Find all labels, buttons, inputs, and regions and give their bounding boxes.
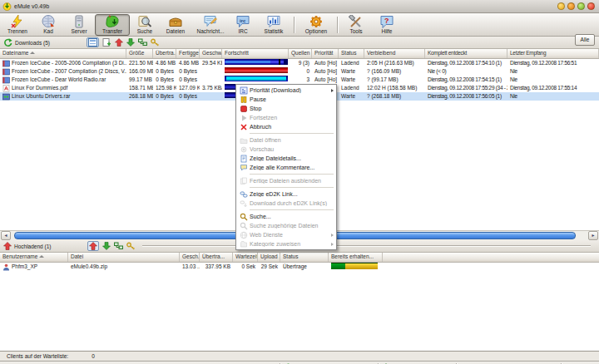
downloads-count-label: Downloads (5) <box>15 40 50 46</box>
col-header-fertiggestellt[interactable]: Fertigge... <box>176 49 200 58</box>
minimize-button[interactable] <box>557 2 565 10</box>
search-icon <box>238 213 250 221</box>
download-row-2[interactable]: Frozen IceCube - 2007 Compilation (2 Dis… <box>0 67 599 76</box>
col-header-fortschritt[interactable]: Fortschritt <box>222 49 289 58</box>
col-header-komplett-entdeckt[interactable]: Komplett entdeckt <box>425 49 507 58</box>
menu-item-stop[interactable]: Stop <box>236 104 336 113</box>
media-file-icon <box>2 76 10 84</box>
col-header-status[interactable]: Status <box>339 49 364 58</box>
toolbar-button-suche[interactable]: Suche <box>130 14 160 36</box>
menu-item-prioritaet[interactable]: Priorität (Download) <box>236 86 336 95</box>
network-icon[interactable] <box>114 242 123 250</box>
priority-icon <box>238 86 250 95</box>
col-header-datei[interactable]: Datei <box>68 253 180 262</box>
toolbar-separator <box>337 17 339 33</box>
upload-arrow-icon[interactable] <box>115 38 123 47</box>
pdf-file-icon <box>2 85 10 92</box>
split-view-toggle[interactable] <box>87 37 99 47</box>
col-header-quellen[interactable]: Quellen <box>289 49 312 58</box>
splitter-line[interactable] <box>142 245 591 247</box>
window-controls <box>557 2 595 10</box>
window-title: eMule v0.49b <box>14 3 557 9</box>
uploading-view-toggle[interactable] <box>87 241 99 251</box>
menu-separator <box>250 209 334 210</box>
hide-finished-icon <box>238 177 250 185</box>
col-header-prioritaet[interactable]: Priorität <box>312 49 339 58</box>
toolbar-button-transfer[interactable]: Transfer <box>95 14 130 36</box>
comments-icon <box>238 164 250 172</box>
download-arrow-icon[interactable] <box>102 242 111 250</box>
downloads-header-strip: Downloads (5) Alle <box>0 37 599 49</box>
toolbar-button-irc[interactable]: irc IRC <box>230 14 256 36</box>
menu-item-dateidetails[interactable]: Zeige Dateidetails... <box>236 154 336 163</box>
col-header-letzter-empfang[interactable]: Letzter Empfang <box>507 49 599 58</box>
close-button[interactable] <box>587 2 595 10</box>
progress-bar <box>225 76 288 81</box>
menu-item-suche[interactable]: Suche... <box>236 212 336 221</box>
download-row-1[interactable]: Frozen IceCube - 2005-2006 Compilation (… <box>0 59 599 67</box>
col-header-verbleibend[interactable]: Verbleibend <box>364 49 425 58</box>
open-file-icon[interactable] <box>102 38 111 47</box>
all-categories-button[interactable]: Alle <box>575 34 595 46</box>
kad-network-icon <box>41 15 56 28</box>
status-bar: Download von 'Linux Ubuntu Drivers.rar' … <box>0 361 599 364</box>
menu-item-vorschau: Vorschau <box>236 145 336 154</box>
downloads-column-headers: Dateiname Größe Übertra... Fertigge... G… <box>0 49 599 59</box>
toolbar-button-tools[interactable]: Tools <box>341 14 371 36</box>
title-bar: eMule v0.49b <box>0 0 599 13</box>
ed2k-download-icon <box>238 199 250 208</box>
menu-item-suche-zugehoerige: Suche zugehörige Dateien <box>236 221 336 230</box>
col-header-geschwindigkeit[interactable]: Geschwi... <box>200 49 222 58</box>
col-header-geschwindigkeit[interactable]: Gesch... <box>180 253 200 262</box>
menu-item-web-dienste: Web Dienste <box>236 230 336 239</box>
menu-item-fortsetzen: Fortsetzen <box>236 113 336 122</box>
col-header-wartezeit[interactable]: Wartezeit <box>233 253 258 262</box>
help-icon: ? <box>379 15 394 28</box>
downloads-icon <box>3 38 12 47</box>
col-header-status[interactable]: Status <box>280 253 329 262</box>
uploads-rows: Phfm3_XP eMule0.49b.zip 13.03 ... 337.95… <box>0 263 599 271</box>
scroll-left-button[interactable]: ◄ <box>1 231 11 240</box>
pause-icon <box>238 96 250 104</box>
menu-item-kommentare[interactable]: Zeige alle Kommentare... <box>236 163 336 172</box>
media-file-icon <box>2 60 10 67</box>
maximize-button[interactable] <box>577 2 585 10</box>
col-header-bereits-erhalten[interactable]: Bereits erhalten... <box>329 253 383 262</box>
queue-bar: Clients auf der Warteliste: 0 <box>0 351 599 361</box>
download-arrow-icon[interactable] <box>126 38 135 47</box>
submenu-arrow-icon <box>331 89 334 92</box>
upload-arrow-icon <box>89 242 97 250</box>
toolbar-button-kad[interactable]: Kad <box>33 14 63 36</box>
menu-item-abbruch[interactable]: Abbruch <box>236 122 336 131</box>
col-header-benutzername[interactable]: Benutzername <box>0 253 68 262</box>
col-header-groesse[interactable]: Größe <box>126 49 153 58</box>
tray-button[interactable] <box>567 2 575 10</box>
toolbar-button-nachrichten[interactable]: Nachricht... <box>191 14 230 36</box>
transfer-icon <box>105 15 120 28</box>
toolbar-button-hilfe[interactable]: ? Hilfe <box>371 14 403 36</box>
menu-item-ed2k-link[interactable]: Zeige eD2K Link... <box>236 189 336 199</box>
key-icon[interactable] <box>126 242 136 250</box>
category-folder-icon <box>238 240 250 248</box>
scroll-right-button[interactable]: ► <box>588 231 598 240</box>
toolbar-button-statistik[interactable]: Statistik <box>256 14 291 36</box>
file-details-icon <box>238 155 250 163</box>
progress-bar <box>225 67 288 73</box>
key-icon[interactable] <box>151 38 160 47</box>
toolbar-button-trennen[interactable]: Trennen <box>2 14 33 36</box>
upload-row-1[interactable]: Phfm3_XP eMule0.49b.zip 13.03 ... 337.95… <box>0 263 599 271</box>
col-header-uebertragen[interactable]: Übertra... <box>200 253 233 262</box>
menu-item-pause[interactable]: Pause <box>236 95 336 104</box>
media-file-icon <box>2 68 10 76</box>
svg-text:irc: irc <box>240 18 246 23</box>
col-header-uebertragen[interactable]: Übertra... <box>153 49 176 58</box>
toolbar-button-dateien[interactable]: Dateien <box>160 14 191 36</box>
col-header-upload[interactable]: Upload ... <box>258 253 280 262</box>
download-row-3[interactable]: Frozen IceCube - Dear World Radio.rar 99… <box>0 76 599 84</box>
toolbar-button-server[interactable]: Server <box>63 14 95 36</box>
toolbar-button-optionen[interactable]: Optionen <box>298 14 334 36</box>
network-icon[interactable] <box>138 38 147 47</box>
cancel-icon <box>238 123 250 131</box>
submenu-arrow-icon <box>331 234 334 237</box>
col-header-dateiname[interactable]: Dateiname <box>0 49 126 58</box>
